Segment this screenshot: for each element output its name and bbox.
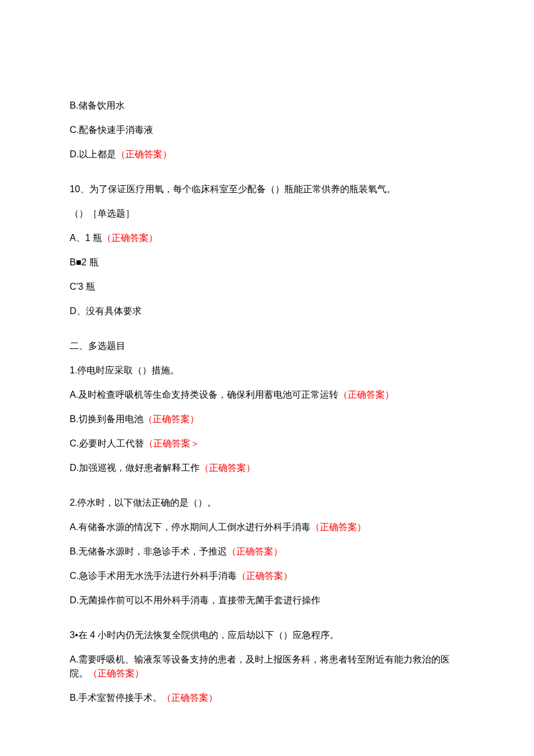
option-b: B.储备饮用水 [70, 99, 464, 113]
option-d-text: D.以上都是 [70, 149, 116, 159]
section-2-title: 二、多选题目 [70, 339, 464, 353]
q10-option-c: C'3 瓶 [70, 280, 464, 294]
m1-option-c: C.必要时人工代替（正确答案＞ [70, 437, 464, 451]
m2-option-a: A.有储备水源的情况下，停水期间人工倒水进行外科手消毒（正确答案） [70, 520, 464, 534]
m1-option-c-text: C.必要时人工代替 [70, 438, 144, 448]
m2-stem: 2.停水时，以下做法正确的是（）。 [70, 496, 464, 510]
q10-stem-line1: 10、为了保证医疗用氧，每个临床科室至少配备（）瓶能正常供养的瓶装氧气。 [70, 182, 464, 196]
correct-answer-label: （正确答案） [162, 693, 218, 703]
m3-option-a: A.需要呼吸机、输液泵等设备支持的患者，及时上报医务科，将患者转至附近有能力救治… [70, 653, 464, 681]
correct-answer-label: （正确答案） [200, 463, 255, 473]
q10-option-a: A、1 瓶（正确答案） [70, 231, 464, 245]
document-page: B.储备饮用水 C.配备快速手消毒液 D.以上都是（正确答案） 10、为了保证医… [0, 0, 534, 756]
q10-option-a-text: A、1 瓶 [70, 233, 102, 243]
m3-stem: 3•在 4 小时内仍无法恢复全院供电的，应后劫以下（）应急程序。 [70, 628, 464, 642]
correct-answer-label: （正确答案） [88, 668, 144, 678]
m1-stem: 1.停电时应采取（）措施。 [70, 363, 464, 377]
m3-option-b-text: B.手术室暂停接手术。 [70, 693, 162, 703]
m1-option-d: D.加强巡视，做好患者解释工作（正确答案） [70, 461, 464, 475]
correct-answer-label: （正确答案） [116, 149, 172, 159]
correct-answer-label: （正确答案） [143, 414, 199, 424]
option-c: C.配备快速手消毒液 [70, 123, 464, 137]
correct-answer-label: （正确答案） [311, 522, 366, 532]
m2-option-b-text: B.无储备水源时，非急诊手术，予推迟 [70, 546, 227, 556]
q10-option-b: B■2 瓶 [70, 255, 464, 269]
m1-option-b-text: B.切换到备用电池 [70, 414, 143, 424]
option-d: D.以上都是（正确答案） [70, 147, 464, 161]
m3-option-b: B.手术室暂停接手术。（正确答案） [70, 691, 464, 705]
q10-option-d: D、没有具体要求 [70, 304, 464, 318]
m2-option-c: C.急诊手术用无水洗手法进行外科手消毒（正确答案） [70, 569, 464, 583]
correct-answer-label-alt: （正确答案＞ [144, 438, 200, 448]
m2-option-c-text: C.急诊手术用无水洗手法进行外科手消毒 [70, 571, 237, 581]
m1-option-a: A.及时检查呼吸机等生命支持类设备，确保利用蓄电池可正常运转（正确答案） [70, 388, 464, 402]
m2-option-b: B.无储备水源时，非急诊手术，予推迟（正确答案） [70, 545, 464, 559]
correct-answer-label: （正确答案） [237, 571, 293, 581]
m2-option-d: D.无菌操作前可以不用外科手消毒，直接带无菌手套进行操作 [70, 593, 464, 607]
q10-stem-line2: （）［单选题］ [70, 207, 464, 221]
correct-answer-label: （正确答案） [102, 233, 158, 243]
correct-answer-label: （正确答案） [338, 390, 394, 399]
m1-option-b: B.切换到备用电池（正确答案） [70, 412, 464, 426]
m2-option-a-text: A.有储备水源的情况下，停水期间人工倒水进行外科手消毒 [70, 522, 311, 532]
correct-answer-label: （正确答案） [227, 546, 283, 556]
m1-option-a-text: A.及时检查呼吸机等生命支持类设备，确保利用蓄电池可正常运转 [70, 390, 338, 399]
m1-option-d-text: D.加强巡视，做好患者解释工作 [70, 463, 200, 473]
